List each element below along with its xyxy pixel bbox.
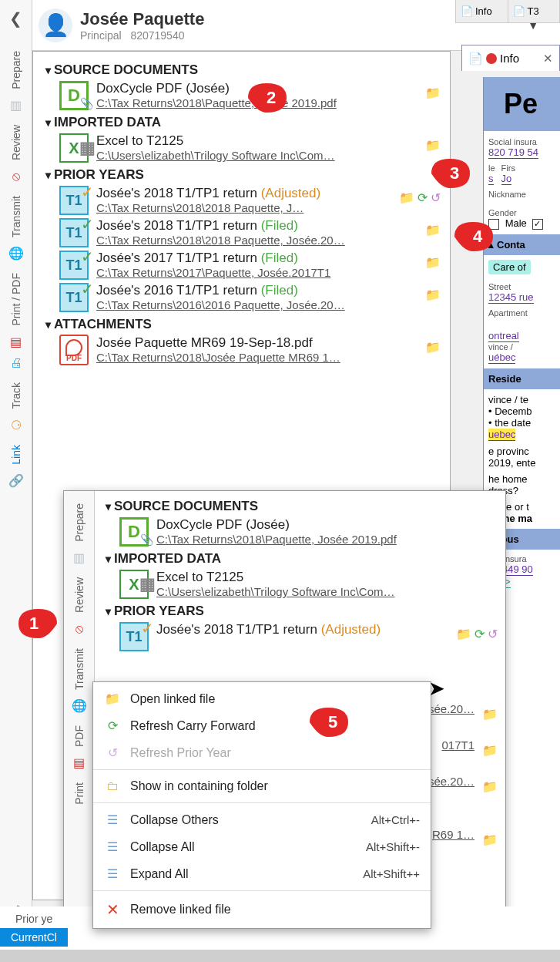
pdf-icon: ▤ bbox=[8, 333, 25, 350]
tree-row-prior[interactable]: ✓ T1 Josée's 2018 T1/TP1 return (Adjuste… bbox=[98, 621, 502, 653]
rail-item-review[interactable]: Review ⦸ bbox=[0, 117, 32, 188]
rail-item-track[interactable]: Track ⚆ bbox=[0, 375, 32, 436]
list-icon: ☰ bbox=[104, 812, 121, 827]
folder-icon[interactable]: 📁 bbox=[425, 288, 441, 302]
tab-info[interactable]: 📄 Info bbox=[456, 0, 508, 22]
rail-item-prepare[interactable]: Prepare ▥ bbox=[0, 43, 32, 117]
cm-expand-all[interactable]: ☰ Expand All Alt+Shift++ bbox=[93, 860, 431, 887]
rail-label: Review bbox=[10, 122, 22, 163]
doc-path[interactable]: C:\Users\elizabeth\Trilogy Software Inc\… bbox=[96, 149, 417, 162]
rail-item-print[interactable]: Print bbox=[64, 775, 94, 811]
refresh-icon[interactable]: ⟳ bbox=[474, 627, 485, 641]
separator bbox=[93, 890, 431, 891]
tree-row-excel[interactable]: X▦ Excel to T2125 C:\Users\elizabeth\Tri… bbox=[98, 568, 502, 600]
chevron-down-icon: ▾ bbox=[45, 116, 51, 129]
label-street: Street bbox=[488, 282, 555, 291]
rail-item-transmit[interactable]: Transmit 🌐 bbox=[64, 641, 94, 718]
cm-remove-linked[interactable]: ✕ Remove linked file bbox=[93, 894, 431, 925]
doc-path[interactable]: C:\Tax Returns\2018\2018 Paquette, Josée… bbox=[96, 234, 417, 247]
value-title[interactable]: s bbox=[488, 173, 494, 185]
back-icon[interactable]: ❮ bbox=[5, 5, 27, 32]
folder-icon[interactable]: 📁 bbox=[425, 255, 441, 270]
doc-path[interactable]: C:\Tax Returns\2018\2018 Paquette, J… bbox=[96, 201, 391, 214]
folder-icon[interactable]: 📁 bbox=[399, 190, 414, 205]
close-icon: ✕ bbox=[104, 900, 121, 919]
doc-title: Excel to T2125 bbox=[96, 133, 417, 149]
chevron-down-icon: ▾ bbox=[45, 169, 51, 181]
value-first[interactable]: Jo bbox=[501, 173, 512, 185]
rail-item-prepare[interactable]: Prepare ▥ bbox=[64, 496, 94, 570]
rail-label: Review bbox=[73, 574, 86, 616]
stop-icon: ⦸ bbox=[71, 621, 88, 637]
value-city[interactable]: ontreal bbox=[488, 330, 519, 342]
doc-title: Josée's 2018 T1/TP1 return bbox=[96, 218, 257, 233]
tree-row-prior[interactable]: ✓ T1 Josée's 2018 T1/TP1 return (Adjuste… bbox=[38, 184, 445, 217]
doc-title: Josée's 2017 T1/TP1 return bbox=[96, 251, 257, 265]
group-source-docs[interactable]: ▾ SOURCE DOCUMENTS bbox=[106, 499, 502, 514]
cm-collapse-all[interactable]: ☰ Collapse All Alt+Shift+- bbox=[93, 833, 431, 860]
folder-icon[interactable]: 📁 bbox=[425, 86, 441, 100]
shortcut: Alt+Shift+- bbox=[366, 840, 420, 853]
folder-icon[interactable]: 📁 bbox=[482, 779, 498, 794]
refresh-icon[interactable]: ⟳ bbox=[417, 190, 428, 205]
doc-path[interactable]: C:\Tax Returns\2016\2016 Paquette, Josée… bbox=[96, 298, 417, 311]
group-source-docs[interactable]: ▾ SOURCE DOCUMENTS bbox=[45, 62, 445, 78]
doc-title: DoxCycle PDF (Josée) bbox=[96, 81, 417, 96]
tab-current-client[interactable]: CurrentCl bbox=[0, 928, 68, 947]
checkbox-female[interactable] bbox=[532, 219, 543, 230]
rail-item-transmit[interactable]: Transmit 🌐 bbox=[0, 188, 32, 265]
rail-item-review[interactable]: Review ⦸ bbox=[64, 570, 94, 641]
group-imported[interactable]: ▾ IMPORTED DATA bbox=[106, 551, 502, 567]
tree-row-prior[interactable]: ✓ T1 Josée's 2017 T1/TP1 return (Filed) … bbox=[38, 249, 445, 281]
folder-icon[interactable]: 📁 bbox=[425, 138, 441, 153]
checkbox-male[interactable] bbox=[488, 219, 499, 230]
careof-tag[interactable]: Care of bbox=[488, 260, 531, 274]
tab-t3[interactable]: 📄 T3 bbox=[508, 0, 561, 22]
folder-icon[interactable]: 📁 bbox=[425, 223, 441, 237]
cm-open-linked[interactable]: 📁 Open linked file bbox=[93, 685, 431, 712]
cm-refresh-cf[interactable]: ⟳ Refresh Carry Forward bbox=[93, 712, 431, 739]
rail-item-printpdf[interactable]: Print / PDF ▤ 🖨 bbox=[0, 265, 32, 375]
folder-icon[interactable]: 📁 bbox=[482, 707, 498, 722]
doc-title: Josée's 2016 T1/TP1 return bbox=[96, 283, 257, 298]
tree-row-prior[interactable]: ✓ T1 Josée's 2018 T1/TP1 return (Filed) … bbox=[38, 217, 445, 249]
folder-icon[interactable]: 📁 bbox=[482, 832, 498, 847]
group-prior[interactable]: ▾ PRIOR YEARS bbox=[106, 604, 502, 619]
value-street[interactable]: 12345 rue bbox=[488, 291, 534, 304]
rail-item-pdf[interactable]: PDF ▤ bbox=[64, 718, 94, 775]
group-prior[interactable]: ▾ PRIOR YEARS bbox=[45, 167, 445, 183]
doc-path[interactable]: C:\Users\elizabeth\Trilogy Software Inc\… bbox=[156, 585, 498, 598]
doc-path[interactable]: C:\Tax Returns\2017\Paquette, Josée.2017… bbox=[96, 266, 417, 279]
doc-path[interactable]: C:\Tax Returns\2018\Paquette, Josée 2019… bbox=[96, 96, 417, 109]
tree-row-doxcycle[interactable]: D📎 DoxCycle PDF (Josée) C:\Tax Returns\2… bbox=[38, 79, 445, 112]
section-residency[interactable]: Reside bbox=[484, 368, 560, 389]
folder-icon[interactable]: 📁 bbox=[425, 340, 441, 355]
tree-row-attachment[interactable]: PDF Josée Paquette MR69 19-Sep-18.pdf C:… bbox=[38, 334, 445, 366]
folder-icon[interactable]: 📁 bbox=[482, 743, 498, 758]
value-prov[interactable]: uébec bbox=[488, 352, 515, 364]
doc-title: Josée's 2018 T1/TP1 return bbox=[96, 186, 257, 200]
close-icon[interactable]: ✕ bbox=[543, 52, 553, 66]
cm-collapse-others[interactable]: ☰ Collapse Others Alt+Ctrl+- bbox=[93, 806, 431, 833]
group-attachments[interactable]: ▾ ATTACHMENTS bbox=[45, 317, 445, 332]
doc-title: Excel to T2125 bbox=[156, 570, 498, 585]
chevron-up-icon: ▴ bbox=[488, 239, 494, 251]
doc-path[interactable]: C:\Tax Returns\2018\Josée Paquette MR69 … bbox=[96, 351, 417, 364]
info-form-tab[interactable]: 📄 Info ✕ bbox=[461, 45, 560, 71]
group-imported[interactable]: ▾ IMPORTED DATA bbox=[45, 115, 445, 130]
chevron-down-icon: ▾ bbox=[106, 605, 111, 617]
section-contact[interactable]: ▴ Conta bbox=[484, 234, 560, 255]
tree-row-prior[interactable]: ✓ T1 Josée's 2016 T1/TP1 return (Filed) … bbox=[38, 281, 445, 314]
undo-icon[interactable]: ↺ bbox=[488, 627, 498, 641]
cm-show-folder[interactable]: 🗀 Show in containing folder bbox=[93, 773, 431, 799]
tab-label: Info bbox=[475, 5, 492, 17]
folder-icon[interactable]: 📁 bbox=[456, 627, 471, 641]
value-sin[interactable]: 820 719 54 bbox=[488, 146, 538, 159]
rail-item-link[interactable]: Link 🔗 bbox=[0, 437, 32, 493]
highlight-prov[interactable]: uebec bbox=[488, 429, 515, 441]
doc-path[interactable]: C:\Tax Returns\2018\Paquette, Josée 2019… bbox=[156, 533, 498, 546]
tree-row-excel[interactable]: X▦ Excel to T2125 C:\Users\elizabeth\Tri… bbox=[38, 132, 445, 164]
undo-icon[interactable]: ↺ bbox=[431, 190, 441, 205]
rail-label: Print bbox=[73, 779, 86, 808]
tree-row-doxcycle[interactable]: D📎 DoxCycle PDF (Josée) C:\Tax Returns\2… bbox=[98, 516, 502, 548]
